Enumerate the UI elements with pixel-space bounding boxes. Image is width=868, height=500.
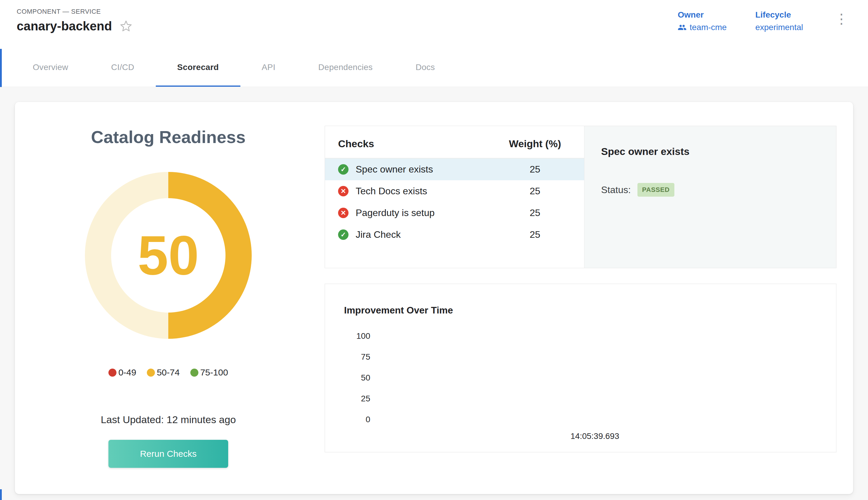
chart-title: Improvement Over Time	[344, 305, 817, 316]
tab-dependencies[interactable]: Dependencies	[297, 49, 394, 87]
app: COMPONENT — SERVICE canary-backend Owner	[0, 0, 868, 500]
content: Catalog Readiness 50 0-4950-7475-100 Las…	[0, 87, 868, 500]
lifecycle-block: Lifecycle experimental	[755, 10, 803, 32]
gauge-section: Catalog Readiness 50 0-4950-7475-100 Las…	[24, 114, 313, 475]
tab-ci-cd[interactable]: CI/CD	[90, 49, 156, 87]
checks-panel: Checks Weight (%) ✓Spec owner exists25✕T…	[325, 126, 836, 268]
check-row[interactable]: ✕Pagerduty is setup25	[325, 202, 584, 224]
legend-label: 75-100	[200, 367, 228, 377]
legend-item: 0-49	[108, 367, 136, 377]
gauge-value: 50	[85, 172, 252, 339]
breadcrumb: COMPONENT — SERVICE	[17, 8, 132, 15]
check-weight: 25	[501, 207, 569, 218]
donut-gauge: 50	[85, 172, 252, 339]
checks-rows: ✓Spec owner exists25✕Tech Docs exists25✕…	[325, 159, 584, 246]
rerun-checks-button[interactable]: Rerun Checks	[108, 440, 228, 468]
check-row[interactable]: ✓Jira Check25	[325, 224, 584, 246]
check-weight: 25	[501, 229, 569, 240]
owner-value[interactable]: team-cme	[690, 23, 727, 32]
entity-header-right: Owner team-cme Lifecycle experimental ⋮	[678, 10, 851, 32]
left-edge-accent	[0, 49, 2, 87]
y-axis-tick: 50	[361, 373, 370, 383]
entity-header-left: COMPONENT — SERVICE canary-backend	[17, 8, 132, 33]
owner-link[interactable]: team-cme	[678, 23, 727, 32]
checks-section: Checks Weight (%) ✓Spec owner exists25✕T…	[325, 114, 836, 475]
y-axis-tick: 75	[361, 352, 370, 362]
checks-table: Checks Weight (%) ✓Spec owner exists25✕T…	[325, 126, 584, 268]
legend-dot-icon	[108, 368, 116, 377]
entity-header: COMPONENT — SERVICE canary-backend Owner	[0, 0, 868, 49]
check-circle-icon: ✓	[338, 164, 348, 174]
plot-area	[373, 331, 817, 424]
check-row[interactable]: ✓Spec owner exists25	[325, 159, 584, 180]
y-axis: 1007550250	[344, 331, 373, 424]
improvement-chart-panel: Improvement Over Time 1007550250 14:05:3…	[325, 284, 836, 452]
tab-scorecard[interactable]: Scorecard	[156, 49, 240, 87]
legend-label: 50-74	[157, 367, 180, 377]
check-detail-panel: Spec owner exists Status: PASSED	[584, 126, 836, 268]
lifecycle-value: experimental	[755, 23, 803, 32]
check-row[interactable]: ✕Tech Docs exists25	[325, 180, 584, 202]
left-edge-accent-bottom	[0, 489, 2, 500]
legend-dot-icon	[190, 368, 198, 377]
lifecycle-label: Lifecycle	[755, 10, 803, 20]
checks-table-header: Checks Weight (%)	[325, 126, 584, 159]
owner-block: Owner team-cme	[678, 10, 727, 32]
x-axis-tick: 14:05:39.693	[344, 431, 817, 441]
checks-column-header: Checks	[338, 138, 501, 150]
group-icon	[678, 23, 686, 32]
tab-docs[interactable]: Docs	[394, 49, 456, 87]
score-legend: 0-4950-7475-100	[108, 367, 228, 377]
check-name: Jira Check	[356, 229, 501, 240]
x-circle-icon: ✕	[338, 186, 348, 196]
legend-item: 50-74	[147, 367, 180, 377]
tab-api[interactable]: API	[240, 49, 297, 87]
legend-label: 0-49	[118, 367, 136, 377]
check-circle-icon: ✓	[338, 229, 348, 240]
favorite-star-icon[interactable]	[120, 20, 132, 33]
check-name: Pagerduty is setup	[356, 207, 501, 218]
status-label: Status:	[601, 184, 631, 195]
page-title: canary-backend	[17, 19, 112, 33]
kebab-menu-icon[interactable]: ⋮	[832, 12, 851, 26]
x-circle-icon: ✕	[338, 208, 348, 218]
check-name: Tech Docs exists	[356, 186, 501, 197]
legend-item: 75-100	[190, 367, 228, 377]
owner-label: Owner	[678, 10, 727, 20]
tabs: OverviewCI/CDScorecardAPIDependenciesDoc…	[0, 49, 868, 87]
y-axis-tick: 25	[361, 394, 370, 404]
scorecard-card: Catalog Readiness 50 0-4950-7475-100 Las…	[15, 102, 853, 494]
y-axis-tick: 0	[366, 415, 370, 424]
tab-overview[interactable]: Overview	[11, 49, 90, 87]
weight-column-header: Weight (%)	[501, 138, 569, 150]
check-weight: 25	[501, 186, 569, 197]
y-axis-tick: 100	[356, 331, 370, 341]
status-badge: PASSED	[637, 183, 674, 197]
legend-dot-icon	[147, 368, 155, 377]
check-detail-title: Spec owner exists	[601, 146, 820, 157]
last-updated: Last Updated: 12 minutes ago	[101, 414, 236, 425]
check-name: Spec owner exists	[356, 164, 501, 175]
check-weight: 25	[501, 164, 569, 175]
gauge-title: Catalog Readiness	[91, 127, 246, 147]
